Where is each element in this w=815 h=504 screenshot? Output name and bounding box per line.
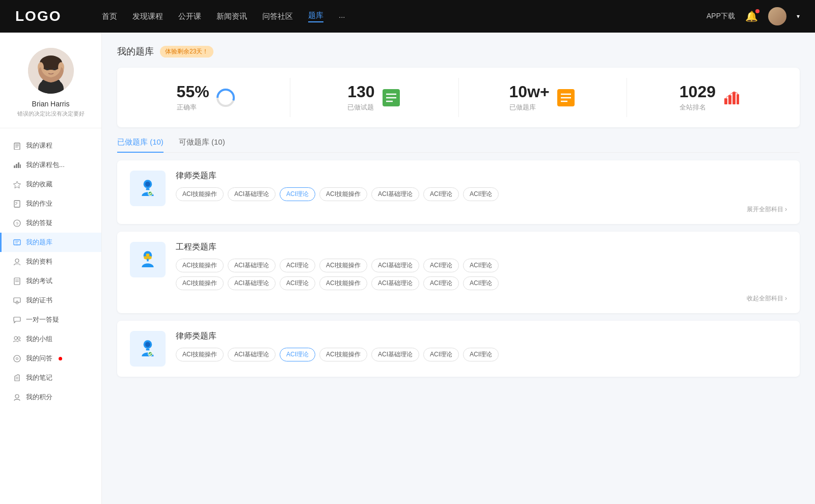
- sidebar-item-exams[interactable]: 我的考试: [0, 271, 101, 291]
- app-download-link[interactable]: APP下载: [707, 12, 735, 21]
- sidebar-label: 我的答疑: [26, 218, 52, 228]
- sidebar-item-notes[interactable]: 我的笔记: [0, 368, 101, 387]
- user-avatar[interactable]: [28, 48, 74, 94]
- svg-rect-54: [732, 92, 736, 104]
- qbank-content-3: 律师类题库 ACI技能操作 ACI基础理论 ACI理论 ACI技能操作 ACI基…: [176, 331, 787, 366]
- lawyer-icon-3: [130, 331, 166, 367]
- sidebar-item-profile[interactable]: 我的资料: [0, 252, 101, 271]
- tag[interactable]: ACI基础理论: [228, 187, 276, 201]
- notes-icon: [13, 374, 21, 382]
- stat-ranking: 1029 全站排名: [627, 78, 795, 117]
- tab-done-banks[interactable]: 已做题库 (10): [117, 137, 164, 152]
- stat-accuracy-number: 55%: [177, 83, 209, 101]
- tag[interactable]: ACI技能操作: [319, 348, 367, 361]
- certificate-icon: [13, 296, 21, 304]
- sidebar-label: 我的考试: [26, 276, 52, 286]
- tag[interactable]: ACI技能操作: [319, 187, 367, 201]
- sidebar-item-question-bank[interactable]: 我的题库: [0, 233, 101, 252]
- stats-row: 55% 正确率 130 已做试题: [117, 68, 800, 127]
- svg-point-27: [15, 259, 19, 262]
- tag[interactable]: ACI理论: [423, 187, 459, 201]
- sidebar-item-certificates[interactable]: 我的证书: [0, 291, 101, 310]
- tag[interactable]: ACI理论: [280, 259, 315, 272]
- tag[interactable]: ACI技能操作: [176, 276, 224, 290]
- collapse-btn-2[interactable]: 收起全部科目 ›: [176, 294, 787, 303]
- user-dropdown-arrow[interactable]: ▾: [797, 13, 800, 20]
- bar-chart-red-icon: [722, 88, 742, 108]
- svg-rect-16: [18, 162, 19, 168]
- sidebar-item-one-on-one[interactable]: 一对一答疑: [0, 310, 101, 329]
- stat-questions-number: 130: [347, 83, 374, 101]
- tag-active[interactable]: ACI理论: [280, 187, 315, 201]
- tab-available-banks[interactable]: 可做题库 (10): [179, 137, 225, 152]
- tag-active[interactable]: ACI理论: [280, 348, 315, 361]
- nav-question-bank[interactable]: 题库: [308, 11, 323, 22]
- svg-rect-10: [14, 143, 20, 150]
- svg-rect-14: [14, 165, 15, 168]
- nav-news[interactable]: 新闻资讯: [216, 12, 247, 21]
- nav-discover[interactable]: 发现课程: [132, 12, 163, 21]
- svg-rect-15: [16, 164, 17, 168]
- tag[interactable]: ACI理论: [423, 348, 459, 361]
- tag[interactable]: ACI基础理论: [371, 348, 419, 361]
- nav-open-course[interactable]: 公开课: [178, 12, 201, 21]
- tag[interactable]: ACI技能操作: [176, 187, 224, 201]
- sidebar: Brian Harris 错误的决定比没有决定要好 我的课程 我的课程包...: [0, 33, 102, 504]
- tag[interactable]: ACI理论: [463, 259, 499, 272]
- expand-all-btn-1[interactable]: 展开全部科目 ›: [176, 205, 787, 214]
- sidebar-item-qa[interactable]: ? 我的答疑: [0, 213, 101, 233]
- sidebar-item-favorites[interactable]: 我的收藏: [0, 175, 101, 194]
- tag[interactable]: ACI理论: [463, 276, 499, 290]
- sidebar-item-packages[interactable]: 我的课程包...: [0, 155, 101, 175]
- tag[interactable]: ACI理论: [463, 187, 499, 201]
- svg-point-37: [16, 357, 18, 359]
- list-orange-icon: [556, 88, 576, 108]
- tag[interactable]: ACI基础理论: [228, 259, 276, 272]
- tag[interactable]: ACI技能操作: [176, 259, 224, 272]
- engineer-icon: [130, 242, 166, 277]
- svg-point-57: [145, 182, 150, 187]
- stat-questions-done: 130 已做试题: [290, 78, 458, 117]
- svg-rect-62: [147, 259, 148, 262]
- tag[interactable]: ACI理论: [423, 276, 459, 290]
- sidebar-item-my-questions[interactable]: 我的问答: [0, 349, 101, 368]
- tag[interactable]: ACI基础理论: [228, 348, 276, 361]
- exams-icon: [13, 277, 21, 285]
- qbank-content-1: 律师类题库 ACI技能操作 ACI基础理论 ACI理论 ACI技能操作 ACI基…: [176, 171, 787, 214]
- main-content: 我的题库 体验剩余23天！ 55% 正确率: [102, 33, 815, 504]
- stat-banks-number: 10w+: [509, 83, 550, 101]
- nav-more[interactable]: ···: [339, 12, 345, 21]
- tag[interactable]: ACI技能操作: [319, 259, 367, 272]
- qbank-content-2: 工程类题库 ACI技能操作 ACI基础理论 ACI理论 ACI技能操作 ACI基…: [176, 242, 787, 303]
- tag[interactable]: ACI理论: [423, 259, 459, 272]
- points-icon: [13, 393, 21, 401]
- tag[interactable]: ACI基础理论: [228, 276, 276, 290]
- notification-dot: [755, 9, 759, 13]
- homework-icon: [13, 200, 21, 208]
- tag[interactable]: ACI基础理论: [371, 276, 419, 290]
- sidebar-label: 我的证书: [26, 296, 52, 305]
- logo[interactable]: LOGO: [15, 8, 76, 24]
- sidebar-item-courses[interactable]: 我的课程: [0, 136, 101, 155]
- chat-icon: [13, 316, 21, 324]
- tag[interactable]: ACI技能操作: [176, 348, 224, 361]
- tag[interactable]: ACI基础理论: [371, 259, 419, 272]
- sidebar-item-points[interactable]: 我的积分: [0, 387, 101, 407]
- tag[interactable]: ACI基础理论: [371, 187, 419, 201]
- pie-chart-icon: [215, 88, 236, 108]
- notification-bell[interactable]: 🔔: [745, 10, 758, 22]
- tag[interactable]: ACI技能操作: [319, 276, 367, 290]
- nav-home[interactable]: 首页: [102, 12, 117, 21]
- nav-qa[interactable]: 问答社区: [262, 12, 293, 21]
- sidebar-item-groups[interactable]: 我的小组: [0, 329, 101, 349]
- tabs-row: 已做题库 (10) 可做题库 (10): [117, 137, 800, 153]
- user-avatar-nav[interactable]: [768, 7, 786, 25]
- qbank-title-3: 律师类题库: [176, 331, 787, 342]
- svg-point-35: [17, 337, 20, 339]
- qbank-title-1: 律师类题库: [176, 171, 787, 181]
- tag[interactable]: ACI理论: [280, 276, 315, 290]
- sidebar-item-homework[interactable]: 我的作业: [0, 194, 101, 213]
- sidebar-menu: 我的课程 我的课程包... 我的收藏 我的作业: [0, 136, 101, 407]
- qbank-title-2: 工程类题库: [176, 242, 787, 253]
- tag[interactable]: ACI理论: [463, 348, 499, 361]
